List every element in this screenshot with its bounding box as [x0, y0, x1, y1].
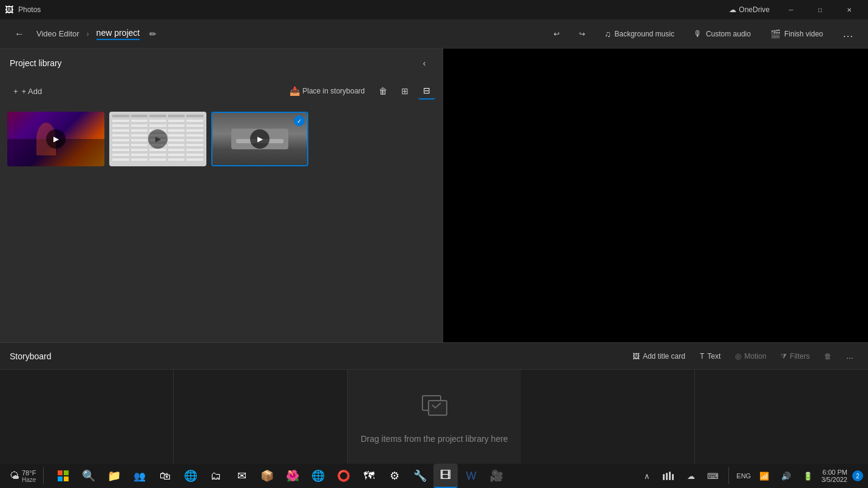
word-taskbar-button[interactable]: W: [459, 464, 483, 488]
finish-video-button[interactable]: 🎬 Finish video: [765, 27, 828, 41]
onedrive-icon: ☁: [729, 5, 736, 14]
drag-placeholder-icon: [420, 390, 449, 424]
mail-taskbar-button[interactable]: ✉: [229, 464, 254, 488]
media-item[interactable]: ▶: [109, 112, 206, 166]
svg-rect-3: [64, 470, 69, 475]
delete-storyboard-button[interactable]: 🗑: [819, 350, 836, 363]
more-storyboard-icon: …: [846, 352, 853, 361]
maps-taskbar-button[interactable]: 🗺: [357, 464, 381, 488]
storyboard-content: Drag items from the project library here: [0, 370, 868, 464]
undo-button[interactable]: ↩: [549, 27, 565, 41]
close-button[interactable]: ✕: [835, 0, 863, 19]
clock-widget[interactable]: 6:00 PM 3/5/2022: [821, 469, 847, 483]
taskbar-right: ∧ ☁ ⌨ ENG 📶 🔊 🔋 6:00 PM 3/5/2022 2: [639, 467, 863, 484]
keyboard-icon[interactable]: ⌨: [704, 467, 721, 484]
window-controls: ─ □ ✕: [777, 0, 863, 19]
back-button[interactable]: ←: [10, 24, 29, 44]
collapse-panel-button[interactable]: ‹: [416, 55, 433, 72]
maximize-button[interactable]: □: [806, 0, 834, 19]
settings-icon: ⚙: [390, 469, 399, 483]
taskbar-app-icons: 🔍 📁 👥 🛍 🌐 🗂 ✉ 📦 🌺 🌐 ⭕: [51, 464, 509, 488]
grid6-icon: ⊟: [423, 86, 430, 95]
edit-project-name-icon[interactable]: ✏: [149, 29, 157, 39]
title-bar-right: ☁ OneDrive ─ □ ✕: [724, 0, 863, 19]
file-explorer-taskbar-button[interactable]: 📁: [102, 464, 126, 488]
app10-icon: 🔧: [413, 469, 427, 483]
svg-rect-5: [64, 476, 69, 481]
chrome-icon: 🌐: [311, 469, 325, 483]
grid-4-button[interactable]: ⊞: [396, 83, 413, 100]
volume-icon[interactable]: 🔊: [778, 467, 795, 484]
opera-icon: ⭕: [337, 469, 350, 483]
panel-title: Project library: [10, 58, 62, 68]
chrome-taskbar-button[interactable]: 🌐: [306, 464, 330, 488]
play-overlay: ▶: [46, 129, 66, 149]
search-taskbar-button[interactable]: 🔍: [76, 464, 101, 488]
tray-separator: [728, 467, 729, 484]
storyboard-slot: [521, 370, 694, 464]
storyboard-more-button[interactable]: …: [841, 350, 858, 363]
background-music-button[interactable]: ♫ Background music: [600, 27, 679, 41]
storyboard-slot: [0, 370, 174, 464]
store-taskbar-button[interactable]: 🛍: [153, 464, 177, 488]
vlc-taskbar-button[interactable]: 🎥: [484, 464, 509, 488]
finish-icon: 🎬: [770, 29, 781, 39]
weather-info: 78°F Haze: [22, 469, 36, 483]
taskbar: 🌤 78°F Haze 🔍 📁 👥 🛍 🌐: [0, 464, 868, 488]
place-icon: 📥: [290, 86, 300, 96]
add-icon: +: [13, 87, 18, 96]
title-bar: 🖼 Photos ☁ OneDrive ─ □ ✕: [0, 0, 868, 19]
svg-rect-6: [663, 474, 665, 480]
teams-taskbar-button[interactable]: 👥: [127, 464, 152, 488]
music-icon: ♫: [605, 29, 611, 39]
more-options-button[interactable]: …: [838, 25, 858, 42]
place-in-storyboard-button[interactable]: 📥 Place in storyboard: [285, 84, 370, 98]
onedrive-tray-icon[interactable]: ☁: [682, 467, 699, 484]
svg-rect-8: [669, 472, 671, 480]
mail-icon: ✉: [237, 469, 246, 483]
play-overlay: ▶: [148, 129, 168, 149]
photos-taskbar-button[interactable]: 🎞: [433, 464, 458, 488]
weather-icon: 🌤: [10, 470, 19, 481]
app10-taskbar-button[interactable]: 🔧: [408, 464, 432, 488]
svg-rect-2: [58, 470, 63, 475]
edge-taskbar-button[interactable]: 🌐: [178, 464, 203, 488]
onedrive-button[interactable]: ☁ OneDrive: [724, 5, 775, 14]
storyboard-area: Storyboard 🖼 Add title card T Text ◎ Mot…: [0, 342, 868, 464]
custom-audio-button[interactable]: 🎙 Custom audio: [689, 27, 756, 41]
grid-6-button[interactable]: ⊟: [418, 83, 435, 100]
start-button[interactable]: [51, 464, 75, 488]
app-bar-actions: ↩ ↪ ♫ Background music 🎙 Custom audio 🎬 …: [549, 25, 858, 42]
add-title-card-button[interactable]: 🖼 Add title card: [628, 350, 690, 363]
filters-button[interactable]: ⧩ Filters: [776, 350, 815, 363]
edge-icon: 🌐: [184, 469, 197, 483]
maps-icon: 🗺: [364, 470, 375, 483]
opera-taskbar-button[interactable]: ⭕: [331, 464, 356, 488]
dropbox-taskbar-button[interactable]: 📦: [255, 464, 279, 488]
notification-badge[interactable]: 2: [852, 470, 863, 481]
weather-widget[interactable]: 🌤 78°F Haze: [5, 469, 41, 483]
photos-icon: 🖼: [5, 5, 13, 15]
svg-rect-4: [58, 476, 63, 481]
tray-expand-button[interactable]: ∧: [639, 467, 656, 484]
lang-label[interactable]: ENG: [736, 472, 751, 480]
battery-icon[interactable]: 🔋: [799, 467, 816, 484]
add-media-button[interactable]: + + Add: [7, 84, 48, 98]
word-icon: W: [466, 470, 476, 483]
files-taskbar-button[interactable]: 🗂: [204, 464, 228, 488]
delete-storyboard-icon: 🗑: [824, 352, 832, 361]
redo-button[interactable]: ↪: [574, 27, 590, 41]
settings-taskbar-button[interactable]: ⚙: [382, 464, 407, 488]
text-icon: T: [700, 352, 704, 361]
project-name-label: new project: [97, 28, 140, 40]
motion-button[interactable]: ◎ Motion: [730, 350, 771, 363]
text-button[interactable]: T Text: [695, 350, 725, 363]
delete-media-button[interactable]: 🗑: [375, 83, 392, 100]
storyboard-header: Storyboard 🖼 Add title card T Text ◎ Mot…: [0, 343, 868, 370]
minimize-button[interactable]: ─: [777, 0, 805, 19]
app8-taskbar-button[interactable]: 🌺: [280, 464, 305, 488]
media-item[interactable]: ▶: [7, 112, 104, 166]
wifi-icon[interactable]: 📶: [756, 467, 773, 484]
media-item[interactable]: ▶ ✓: [211, 112, 308, 166]
library-toolbar: + + Add 📥 Place in storyboard 🗑 ⊞ ⊟: [0, 78, 442, 104]
